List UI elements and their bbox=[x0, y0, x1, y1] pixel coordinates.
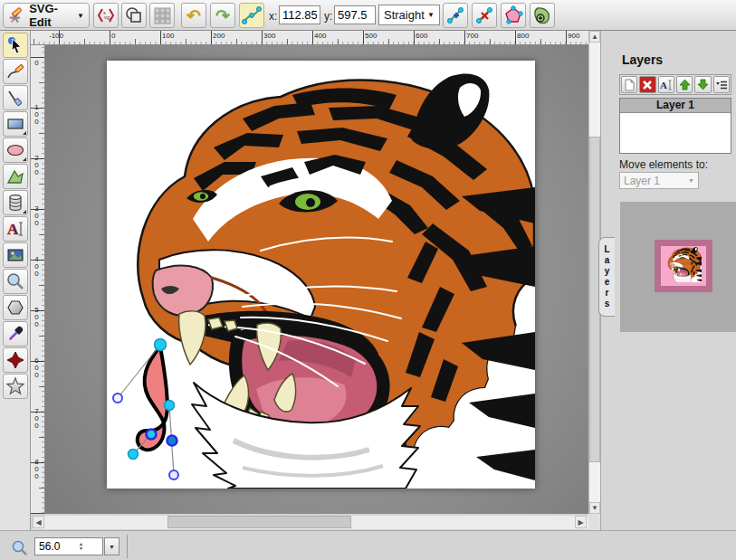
scroll-right-button[interactable]: ▶ bbox=[575, 516, 587, 528]
path-node[interactable] bbox=[129, 450, 139, 460]
ruler-tick-label: 300 bbox=[263, 32, 275, 40]
tool-eyedropper[interactable] bbox=[3, 321, 28, 346]
ruler-tick-label: 800 bbox=[33, 458, 41, 479]
ruler-tick-label: 700 bbox=[466, 32, 478, 40]
edit-source-button[interactable]: s vg bbox=[93, 3, 119, 28]
document-properties-button[interactable] bbox=[121, 3, 147, 28]
path-control-point[interactable] bbox=[169, 470, 178, 479]
move-elements-label: Move elements to: bbox=[619, 158, 708, 171]
tool-rectangle[interactable] bbox=[3, 111, 28, 137]
chevron-down-icon: ▼ bbox=[109, 544, 115, 550]
ruler-horizontal: -100 0 100 200 300 400 500 600 700 800 9… bbox=[31, 31, 588, 45]
chevron-down-icon: ▼ bbox=[427, 11, 435, 19]
tool-shape-library[interactable] bbox=[3, 190, 28, 215]
path-node-selected[interactable] bbox=[167, 436, 177, 446]
eyedropper-icon bbox=[5, 324, 25, 344]
text-icon: A bbox=[5, 219, 25, 239]
segment-type-select[interactable]: Straight ▼ bbox=[378, 5, 440, 25]
ruler-tick-label: 700 bbox=[33, 407, 41, 429]
delete-layer-button[interactable] bbox=[639, 76, 655, 93]
scroll-left-button[interactable]: ◀ bbox=[33, 516, 44, 528]
ruler-vertical: 0 100 200 300 400 500 600 700 800 bbox=[31, 45, 45, 514]
tool-pencil[interactable] bbox=[3, 59, 28, 84]
layer-list[interactable]: Layer 1 bbox=[619, 98, 731, 154]
new-layer-button[interactable] bbox=[621, 76, 637, 93]
move-layer-up-button[interactable] bbox=[676, 76, 693, 93]
tool-zoom[interactable] bbox=[3, 269, 28, 294]
shapes-overlap-icon bbox=[124, 5, 144, 25]
ruler-tick-label: 400 bbox=[33, 255, 41, 277]
move-layer-down-button[interactable] bbox=[694, 76, 711, 93]
spinner-down-icon: ▼ bbox=[79, 546, 83, 551]
path-node[interactable] bbox=[165, 401, 175, 411]
tool-path[interactable] bbox=[3, 164, 28, 189]
drawing-thumbnail-frame bbox=[655, 240, 712, 292]
layers-panel-toggle-tab[interactable]: Layers bbox=[598, 237, 615, 317]
tool-star-4[interactable] bbox=[3, 347, 28, 373]
arrow-right-icon: ▶ bbox=[578, 518, 583, 527]
app-title: SVG-Edit bbox=[29, 2, 73, 29]
svg-canvas[interactable] bbox=[107, 61, 535, 489]
zoom-spinner[interactable]: ▲ ▼ bbox=[79, 542, 83, 551]
ruler-tick-label: 500 bbox=[365, 32, 377, 40]
add-node-button[interactable] bbox=[443, 3, 468, 28]
add-subpath-icon bbox=[532, 5, 552, 25]
tiger-drawing[interactable] bbox=[107, 61, 535, 489]
ruler-tick-label: 100 bbox=[33, 103, 41, 125]
editor-preferences-button[interactable] bbox=[149, 3, 175, 28]
zoom-level-input[interactable] bbox=[35, 540, 79, 553]
svg-text:vg: vg bbox=[104, 14, 110, 20]
layer-more-options-button[interactable] bbox=[713, 76, 730, 93]
svg-edit-logo-icon bbox=[8, 5, 25, 25]
arrow-up-green-icon bbox=[679, 79, 691, 90]
y-coordinate-label: y: bbox=[324, 10, 332, 23]
tool-select[interactable] bbox=[3, 33, 28, 58]
active-layer-row[interactable]: Layer 1 bbox=[620, 99, 731, 113]
ruler-tick-label: 400 bbox=[314, 32, 326, 40]
tool-line[interactable] bbox=[3, 85, 28, 110]
workspace[interactable] bbox=[45, 45, 588, 514]
tool-ellipse[interactable] bbox=[3, 138, 28, 163]
menu-dropdown-icon bbox=[715, 80, 728, 90]
ruler-tick-label: 200 bbox=[213, 32, 225, 40]
move-elements-select[interactable]: Layer 1 ▼ bbox=[619, 172, 699, 189]
horizontal-scrollbar[interactable]: ◀ ▶ bbox=[33, 516, 588, 529]
y-coordinate-input[interactable] bbox=[334, 5, 376, 24]
path-control-point[interactable] bbox=[113, 394, 122, 403]
ruler-tick-label: 100 bbox=[162, 32, 174, 40]
layers-sidebar: Layers A bbox=[600, 31, 736, 530]
zoom-preset-dropdown-button[interactable]: ▼ bbox=[104, 537, 119, 555]
add-subpath-button[interactable] bbox=[530, 3, 555, 28]
zoom-level-field: ▲ ▼ bbox=[34, 537, 103, 555]
grid-icon bbox=[152, 5, 172, 25]
main-menu-button[interactable]: SVG-Edit ▼ bbox=[3, 3, 90, 28]
open-close-path-button[interactable] bbox=[501, 3, 526, 28]
path-node[interactable] bbox=[155, 339, 167, 351]
delete-node-button[interactable] bbox=[472, 3, 497, 28]
panel-inset-area bbox=[620, 202, 736, 332]
ruler-tick-label: 200 bbox=[33, 154, 41, 176]
path-nodes-icon bbox=[242, 5, 262, 25]
scroll-up-button[interactable]: ▲ bbox=[589, 31, 600, 43]
tool-text[interactable]: A bbox=[3, 216, 28, 242]
arrow-down-green-icon bbox=[697, 79, 709, 90]
path-node[interactable] bbox=[147, 430, 157, 440]
x-coordinate-input[interactable] bbox=[279, 5, 320, 24]
svg-edit-app: SVG-Edit ▼ s vg bbox=[0, 0, 736, 560]
ruler-tick-label: 800 bbox=[517, 32, 529, 40]
scroll-down-button[interactable]: ▼ bbox=[589, 502, 600, 514]
ruler-tick-label: 0 bbox=[111, 32, 115, 40]
tool-image[interactable] bbox=[3, 242, 28, 268]
new-page-icon bbox=[623, 79, 636, 91]
ruler-tick-label: 500 bbox=[33, 306, 41, 327]
tool-star-5[interactable] bbox=[3, 374, 28, 399]
redo-button[interactable]: ↷ bbox=[210, 3, 235, 28]
horizontal-scroll-thumb[interactable] bbox=[167, 516, 351, 528]
path-edit-mode-button[interactable] bbox=[239, 3, 264, 28]
ruler-tick-label: 600 bbox=[416, 32, 427, 40]
select-arrow-icon bbox=[5, 35, 25, 55]
tool-polygon[interactable] bbox=[3, 295, 28, 320]
path-edit-overlay bbox=[113, 339, 178, 480]
undo-button[interactable]: ↶ bbox=[181, 3, 206, 28]
rename-layer-button[interactable]: A bbox=[658, 76, 674, 93]
